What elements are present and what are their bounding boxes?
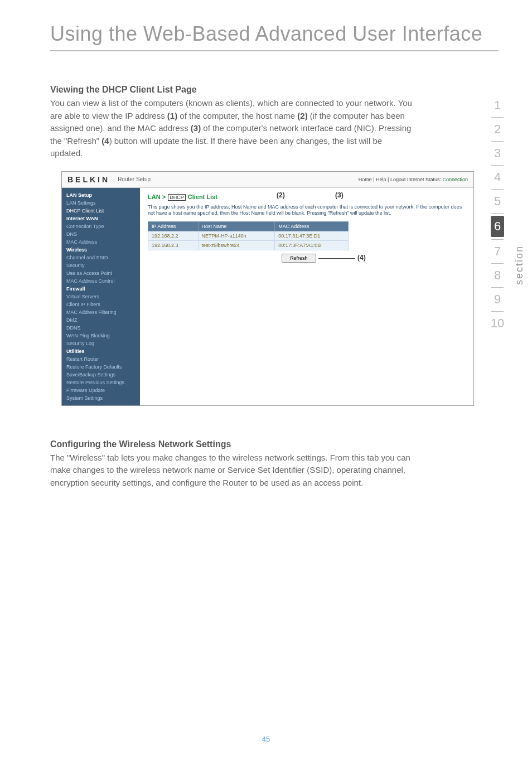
refresh-wrap: Refresh [282,254,466,263]
text: of the computer, the host name [177,111,297,120]
nav-5[interactable]: 5 [486,191,509,212]
heading-dhcp-client-list: Viewing the DHCP Client List Page [50,85,413,95]
router-setup-screenshot: BELKIN Router Setup Home | Help | Logout… [61,171,474,406]
sidebar-item-client-ip-filters[interactable]: Client IP Filters [62,301,140,308]
page-title: Using the Web-Based Advanced User Interf… [0,0,532,50]
app-body: LAN Setup LAN Settings DHCP Client List … [62,188,473,405]
client-table: IP Address Host Name MAC Address 192.168… [148,221,349,250]
nav-sep [491,287,504,288]
nav-3[interactable]: 3 [486,143,509,164]
page-number: 45 [0,735,532,743]
breadcrumb: LAN > DHCP Client List [148,193,466,201]
crumb-lan: LAN > [148,193,167,200]
nav-sep [491,117,504,118]
sidebar-item-dmz[interactable]: DMZ [62,316,140,324]
sidebar-item-connection-type[interactable]: Connection Type [62,222,140,230]
th-mac: MAC Address [275,221,349,231]
sidebar-item-access-point[interactable]: Use as Access Point [62,269,140,277]
paragraph-wireless-settings: The "Wireless" tab lets you make changes… [50,452,413,490]
nav-10[interactable]: 10 [486,313,509,334]
section-nav: 1 2 3 4 5 6 7 8 9 10 [486,95,509,334]
nav-8[interactable]: 8 [486,265,509,286]
cell-host: NETPM-HP-a1140n [198,231,275,240]
sidebar-item-ddns[interactable]: DDNS [62,324,140,332]
sidebar-item-restore-defaults[interactable]: Restore Factory Defaults [62,363,140,371]
belkin-logo: BELKIN [67,175,110,184]
title-rule [50,50,499,51]
sidebar-item-restart[interactable]: Restart Router [62,355,140,363]
callout-4: (4 [101,136,109,146]
sidebar-group-utilities: Utilities [62,347,140,355]
refresh-button[interactable]: Refresh [282,254,316,263]
nav-4[interactable]: 4 [486,167,509,188]
sidebar-item-restore-previous[interactable]: Restore Previous Settings [62,379,140,386]
heading-wireless-settings: Configuring the Wireless Network Setting… [50,439,413,449]
th-host: Host Name [198,221,275,231]
sidebar-item-channel-ssid[interactable]: Channel and SSID [62,254,140,262]
page-description: This page shows you the IP address, Host… [148,204,466,217]
status-bar: Home | Help | Logout Internet Status: Co… [359,177,468,182]
sidebar: LAN Setup LAN Settings DHCP Client List … [62,188,140,405]
callout-1: (1) [167,111,177,120]
cell-host: test-z9ibswhre24 [198,240,275,250]
cell-mac: 00:17:31:47:3E:D1 [275,231,349,240]
paragraph-dhcp-client-list: You can view a list of the computers (kn… [50,97,413,160]
sidebar-group-firewall: Firewall [62,285,140,293]
nav-2[interactable]: 2 [486,119,509,140]
cell-ip: 192.168.2.2 [148,231,199,240]
callout-2: (2) [297,111,307,120]
table-header-row: IP Address Host Name MAC Address [148,221,349,231]
nav-6-active[interactable]: 6 [491,216,504,237]
section-label: section [514,245,525,285]
app-main: LAN > DHCP Client List (2) (3) This page… [140,188,473,405]
sidebar-group-lan: LAN Setup [62,191,140,199]
table-row: 192.168.2.3 test-z9ibswhre24 00:17:3F:A7… [148,240,349,250]
annotation-4: (4) [357,254,366,262]
sidebar-item-dns[interactable]: DNS [62,230,140,238]
sidebar-item-virtual-servers[interactable]: Virtual Servers [62,293,140,301]
nav-9[interactable]: 9 [486,289,509,310]
nav-sep [491,165,504,166]
sidebar-item-mac-control[interactable]: MAC Address Control [62,277,140,285]
nav-7[interactable]: 7 [486,241,509,262]
nav-sep [491,239,504,240]
annotation-3: (3) [335,191,344,199]
th-ip: IP Address [148,221,199,231]
main-content: Viewing the DHCP Client List Page You ca… [0,85,446,489]
status-links[interactable]: Home | Help | Logout Internet Status: [359,177,443,182]
crumb-box-dhcp: DHCP [168,194,186,201]
nav-sep [491,189,504,190]
app-subtitle: Router Setup [118,176,151,182]
cell-mac: 00:17:3F:A7:A1:0B [275,240,349,250]
internet-status-value: Connection [442,177,468,182]
sidebar-item-firmware[interactable]: Firmware Update [62,386,140,394]
annotation-4-line [318,258,355,259]
sidebar-item-lan-settings[interactable]: LAN Settings [62,199,140,207]
sidebar-item-security[interactable]: Security [62,262,140,269]
sidebar-item-system-settings[interactable]: System Settings [62,394,140,402]
nav-sep [491,311,504,312]
sidebar-item-dhcp-client-list[interactable]: DHCP Client List [62,207,140,215]
table-row: 192.168.2.2 NETPM-HP-a1140n 00:17:31:47:… [148,231,349,240]
sidebar-item-mac-filtering[interactable]: MAC Address Filtering [62,308,140,316]
sidebar-group-wan: Internet WAN [62,215,140,222]
sidebar-item-wan-ping[interactable]: WAN Ping Blocking [62,332,140,340]
sidebar-group-wireless: Wireless [62,246,140,254]
nav-sep [491,141,504,142]
sidebar-item-save-backup[interactable]: Save/Backup Settings [62,371,140,379]
nav-1[interactable]: 1 [486,95,509,116]
cell-ip: 192.168.2.3 [148,240,199,250]
annotation-2: (2) [277,191,285,199]
sidebar-item-security-log[interactable]: Security Log [62,340,140,347]
sidebar-item-mac-address[interactable]: MAC Address [62,238,140,246]
app-header: BELKIN Router Setup Home | Help | Logout… [62,172,473,188]
nav-sep [491,213,504,214]
crumb-client-list: Client List [186,193,217,200]
nav-sep [491,263,504,264]
callout-3: (3) [191,123,201,133]
